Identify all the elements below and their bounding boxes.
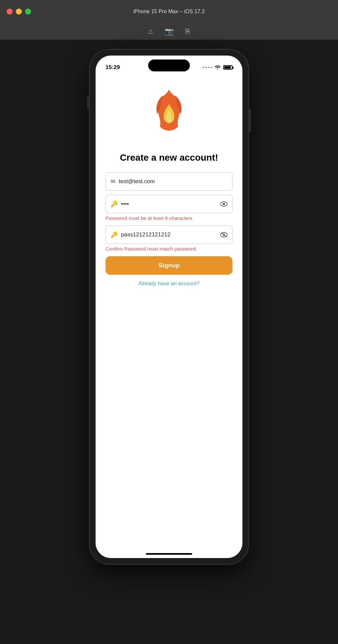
svg-point-1 [223, 203, 225, 205]
password-visibility-toggle[interactable] [220, 201, 228, 207]
phone-frame: 15:29 [90, 50, 248, 564]
email-icon: ✉ [110, 178, 115, 185]
home-icon[interactable]: ⌂ [148, 27, 152, 36]
simulator-title: iPhone 15 Pro Max – iOS 17.2 [133, 9, 205, 15]
clipboard-icon[interactable]: ⎘ [186, 27, 190, 36]
signup-form: ✉ 🔑 Password must be [106, 172, 232, 287]
traffic-lights [7, 9, 31, 15]
email-input[interactable] [119, 178, 228, 185]
confirm-password-input-wrapper: 🔑 [106, 225, 232, 244]
battery-icon [223, 65, 232, 70]
confirm-password-error: Confirm Password must match password. [106, 246, 232, 252]
app-content: Create a new account! ✉ 🔑 [96, 74, 242, 553]
page-title: Create a new account! [120, 152, 218, 163]
close-button[interactable] [7, 9, 13, 15]
status-bar: 15:29 [96, 56, 242, 74]
dynamic-island [148, 60, 190, 71]
signup-button[interactable]: Signup [106, 256, 232, 275]
password-icon: 🔑 [110, 200, 118, 208]
wifi-icon [215, 65, 221, 70]
status-time: 15:29 [106, 64, 120, 71]
status-icons [202, 65, 232, 70]
maximize-button[interactable] [25, 9, 31, 15]
confirm-password-visibility-toggle[interactable] [220, 232, 228, 238]
simulator-toolbar: ⌂ 📷 ⎘ [0, 23, 338, 40]
login-link[interactable]: Already have an account? [106, 281, 232, 287]
screenshot-icon[interactable]: 📷 [165, 27, 174, 36]
phone-screen: 15:29 [96, 56, 242, 558]
password-input[interactable] [121, 201, 220, 207]
signal-icon [202, 67, 212, 68]
email-input-wrapper: ✉ [106, 172, 232, 191]
password-error: Password must be at least 6 characters [106, 215, 232, 221]
password-input-wrapper: 🔑 [106, 195, 232, 213]
confirm-password-icon: 🔑 [110, 231, 118, 238]
minimize-button[interactable] [16, 9, 22, 15]
title-bar: iPhone 15 Pro Max – iOS 17.2 [0, 0, 338, 23]
confirm-password-input[interactable] [121, 231, 220, 238]
home-indicator [146, 553, 192, 555]
flame-icon [148, 87, 190, 142]
